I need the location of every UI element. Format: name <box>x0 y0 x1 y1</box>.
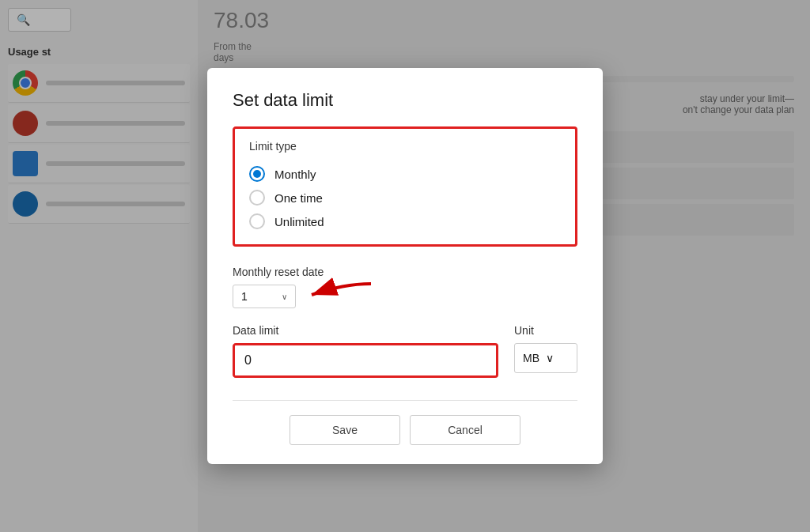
unit-chevron-icon: ∨ <box>546 352 554 364</box>
radio-monthly-circle <box>249 166 265 182</box>
modal-overlay: Set data limit Limit type Monthly One ti… <box>0 0 810 532</box>
radio-unlimited-circle <box>249 213 265 229</box>
limit-type-section: Limit type Monthly One time Unlimited <box>233 126 577 247</box>
limit-type-label: Limit type <box>249 140 561 153</box>
radio-unlimited[interactable]: Unlimited <box>249 209 561 233</box>
save-button[interactable]: Save <box>290 415 400 445</box>
radio-one-time[interactable]: One time <box>249 186 561 209</box>
data-limit-row: Data limit Unit MB ∨ <box>233 324 577 378</box>
unit-select[interactable]: MB ∨ <box>514 343 577 373</box>
unit-value: MB <box>523 352 539 364</box>
red-arrow-annotation <box>304 277 375 315</box>
data-limit-input-wrapper <box>233 343 498 378</box>
monthly-reset-date-label: Monthly reset date <box>233 266 577 278</box>
data-limit-group: Data limit <box>233 324 498 378</box>
radio-monthly[interactable]: Monthly <box>249 162 561 186</box>
monthly-reset-date-section: Monthly reset date 1 ∨ <box>233 266 577 308</box>
radio-one-time-circle <box>249 190 265 206</box>
set-data-limit-modal: Set data limit Limit type Monthly One ti… <box>207 68 603 464</box>
unit-label: Unit <box>514 324 577 337</box>
cancel-button[interactable]: Cancel <box>410 415 520 445</box>
data-limit-input[interactable] <box>235 345 496 375</box>
modal-title: Set data limit <box>233 90 577 111</box>
modal-footer: Save Cancel <box>233 400 577 445</box>
radio-one-time-label: One time <box>274 191 323 205</box>
monthly-reset-date-select[interactable]: 1 ∨ <box>233 285 296 308</box>
data-limit-label: Data limit <box>233 324 498 337</box>
radio-monthly-label: Monthly <box>274 168 316 181</box>
radio-unlimited-label: Unlimited <box>274 215 324 228</box>
chevron-down-icon: ∨ <box>282 292 287 301</box>
monthly-reset-date-value: 1 <box>241 290 275 303</box>
unit-group: Unit MB ∨ <box>514 324 577 373</box>
